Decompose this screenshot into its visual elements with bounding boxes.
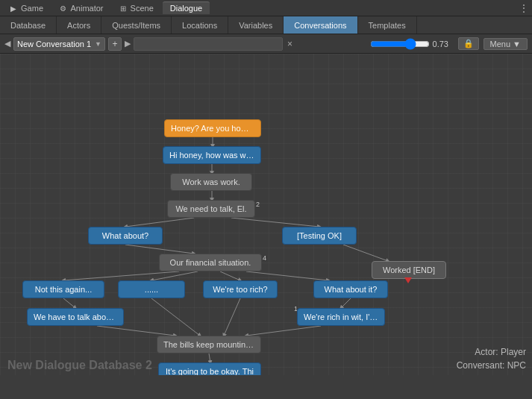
search-input[interactable] <box>134 37 283 51</box>
game-icon: ▶ <box>10 4 16 13</box>
animator-icon: ⚙ <box>60 4 66 13</box>
menu-button[interactable]: Menu ▼ <box>484 38 528 50</box>
node-not-this-again[interactable]: Not this again... <box>22 280 104 298</box>
badge-2: 2 <box>256 201 260 208</box>
tab-actors[interactable]: Actors <box>57 16 101 34</box>
tab-templates[interactable]: Templates <box>358 16 417 34</box>
node-rich-in-wit[interactable]: We're rich in wit, I'll gi <box>297 308 385 326</box>
connections-svg <box>0 54 532 375</box>
node-testing-ok[interactable]: [Testing OK] <box>282 227 357 245</box>
svg-line-14 <box>224 298 240 336</box>
badge-4: 4 <box>263 254 266 262</box>
svg-line-8 <box>220 271 240 280</box>
dropdown-icon: ▼ <box>95 40 101 48</box>
tab-variables[interactable]: Variables <box>228 16 284 34</box>
add-button[interactable]: + <box>108 37 122 51</box>
node-what-about-it[interactable]: What about it? <box>313 280 388 298</box>
svg-line-3 <box>125 218 194 227</box>
lock-button[interactable]: 🔒 <box>458 37 479 50</box>
zoom-value: 0.73 <box>433 40 455 48</box>
unity-toolbar: ▶ Game ⚙ Animator ⊞ Scene Dialogue ⋮ <box>0 0 532 16</box>
svg-line-7 <box>151 271 198 280</box>
node-hi-honey[interactable]: Hi honey, how was work? <box>163 146 261 164</box>
node-ellipsis[interactable]: ...... <box>118 280 185 298</box>
node-what-about[interactable]: What about? <box>88 227 163 245</box>
node-worked-end[interactable]: Worked [END] <box>372 261 446 279</box>
tab-quests-items[interactable]: Quests/Items <box>101 16 172 34</box>
node-financial-situation[interactable]: Our financial situation. <box>159 254 262 271</box>
node-going-to-be-okay[interactable]: It's going to be okay. Thi <box>158 362 261 375</box>
tab-animator[interactable]: ⚙ Animator <box>52 2 110 14</box>
node-we-need-to-talk[interactable]: We need to talk, El. <box>167 200 255 218</box>
svg-line-5 <box>125 245 194 254</box>
tab-database[interactable]: Database <box>0 16 57 34</box>
svg-line-15 <box>97 326 175 336</box>
menu-arrow-icon: ▼ <box>513 40 521 48</box>
node-too-rich[interactable]: We're too rich? <box>203 280 278 298</box>
status-text: Actor: Player Conversant: NPC <box>457 345 526 372</box>
conversation-name: New Conversation 1 <box>17 40 92 48</box>
tab-bar: Database Actors Quests/Items Locations V… <box>0 16 532 34</box>
options-icon[interactable]: ⋮ <box>519 2 529 14</box>
lock-icon: 🔒 <box>463 39 474 48</box>
tab-scene[interactable]: ⊞ Scene <box>113 2 161 14</box>
menu-label: Menu <box>490 40 511 48</box>
prev-arrow[interactable]: ◀ <box>4 39 10 48</box>
svg-line-13 <box>151 298 200 336</box>
next-arrow[interactable]: ▶ <box>125 39 131 48</box>
conversant-status: Conversant: NPC <box>457 359 526 372</box>
zoom-slider[interactable] <box>370 38 430 50</box>
tab-conversations[interactable]: Conversations <box>284 16 357 34</box>
tab-locations[interactable]: Locations <box>172 16 228 34</box>
tab-dialogue[interactable]: Dialogue <box>163 1 210 14</box>
svg-line-16 <box>246 326 321 336</box>
conversation-selector[interactable]: New Conversation 1 ▼ <box>13 37 105 51</box>
canvas-area[interactable]: Honey? Are you home? Hi honey, how was w… <box>0 54 532 375</box>
svg-line-4 <box>231 218 319 227</box>
node-have-to-talk[interactable]: We have to talk about this <box>27 308 124 326</box>
red-triangle-marker <box>404 277 412 283</box>
actor-status: Actor: Player <box>457 345 526 359</box>
tab-game[interactable]: ▶ Game <box>3 2 51 14</box>
svg-line-6 <box>63 271 179 280</box>
toolbar-row: ◀ New Conversation 1 ▼ + ▶ × 0.73 🔒 Menu… <box>0 34 532 54</box>
svg-line-17 <box>209 354 210 362</box>
svg-line-12 <box>341 298 351 308</box>
node-start[interactable]: Honey? Are you home? <box>164 119 261 137</box>
node-bills-mounting[interactable]: The bills keep mounting, a <box>157 336 261 354</box>
svg-line-11 <box>63 298 75 308</box>
scene-icon: ⊞ <box>120 4 126 13</box>
search-clear[interactable]: × <box>287 39 292 49</box>
node-work-was-work[interactable]: Work was work. <box>170 173 252 191</box>
watermark: New Dialogue Database 2 <box>7 359 152 372</box>
svg-line-9 <box>246 271 328 280</box>
svg-line-10 <box>343 245 388 261</box>
